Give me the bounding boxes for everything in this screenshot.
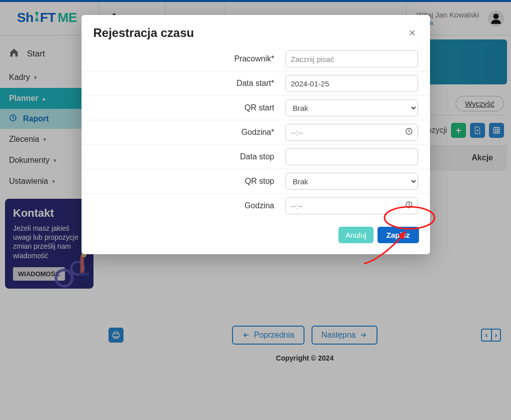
time-registration-modal: Rejestracja czasu × Pracownik* Data star… (82, 15, 430, 254)
label-hour-stop: Godzina (86, 201, 286, 210)
close-icon[interactable]: × (406, 25, 418, 41)
label-date-start: Data start* (86, 79, 286, 88)
qr-start-select[interactable]: Brak (286, 99, 418, 116)
label-qr-stop: QR stop (86, 177, 286, 186)
modal-backdrop[interactable]: Rejestracja czasu × Pracownik* Data star… (0, 0, 511, 420)
save-button[interactable]: Zapisz (378, 227, 419, 243)
label-qr-start: QR start (86, 103, 286, 112)
hour-stop-input[interactable] (286, 197, 418, 214)
cancel-button[interactable]: Anuluj (338, 227, 374, 243)
label-date-stop: Data stop (86, 152, 286, 161)
clock-icon (405, 201, 413, 211)
modal-title: Rejestracja czasu (94, 26, 194, 40)
clock-icon (405, 127, 413, 137)
date-stop-input[interactable] (286, 148, 418, 165)
qr-stop-select[interactable]: Brak (286, 173, 418, 190)
label-employee: Pracownik* (86, 54, 286, 63)
date-start-input[interactable] (286, 75, 418, 92)
label-hour-start: Godzina* (86, 128, 286, 137)
employee-input[interactable] (286, 50, 418, 67)
hour-start-input[interactable] (286, 124, 418, 141)
